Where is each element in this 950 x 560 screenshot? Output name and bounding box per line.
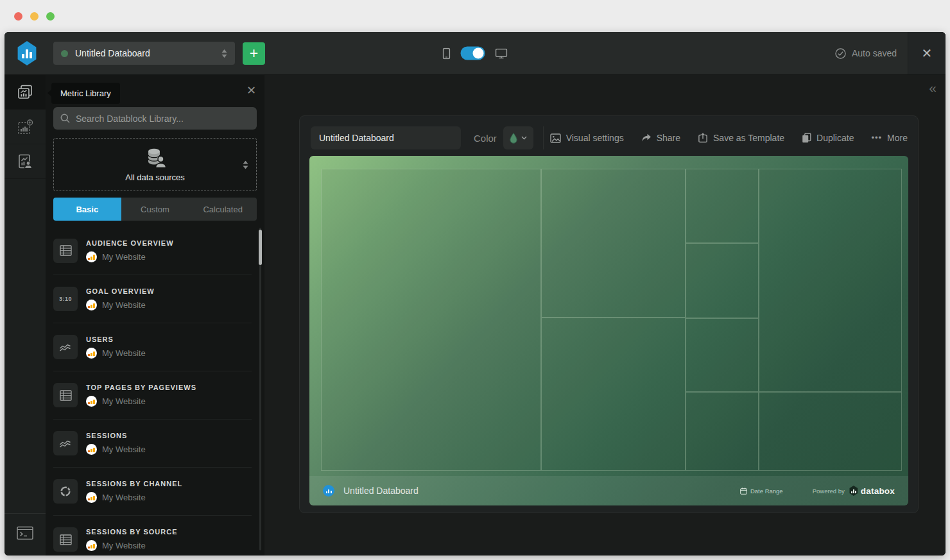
date-range-control[interactable]: Date Range [740,488,783,495]
donut-chart-icon [53,479,78,504]
databoard-toolbar: Color [311,126,908,149]
tab-calculated[interactable]: Calculated [189,198,257,221]
scrollbar-thumb[interactable] [259,230,262,265]
date-range-label: Date Range [750,488,783,495]
sort-arrows-icon [243,160,248,169]
search-icon [60,114,70,123]
metric-item-sessions[interactable]: SESSIONS My Website [53,419,252,467]
save-as-template-button[interactable]: Save as Template [698,133,784,143]
board-grid-cell [686,243,759,318]
data-source-label: All data sources [125,173,185,182]
image-icon [550,133,561,143]
metric-library-panel: Metric Library ✕ All data sources [46,75,264,556]
metric-type-tabs: Basic Custom Calculated [53,198,257,221]
databox-brand: databox [849,486,895,496]
metric-item-audience-overview[interactable]: AUDIENCE OVERVIEW My Website [53,226,252,275]
line-chart-icon [53,335,78,359]
save-template-icon [698,133,708,143]
sidebar-item-reports[interactable] [4,144,46,179]
color-dropdown[interactable] [503,126,533,149]
google-analytics-icon [86,492,97,503]
metric-title: AUDIENCE OVERVIEW [86,239,174,247]
zoom-traffic-light[interactable] [46,12,55,21]
duplicate-label: Duplicate [816,133,854,143]
metric-title: TOP PAGES BY PAGEVIEWS [86,384,196,391]
terminal-icon [17,526,33,540]
toolbar-divider [543,126,544,149]
sidebar-item-custom-datablock[interactable] [4,110,46,144]
google-analytics-icon [86,540,97,551]
sidebar-item-console[interactable] [4,519,46,547]
metric-title: USERS [86,335,146,343]
check-circle-icon [835,48,846,59]
data-sources-icon [144,148,167,169]
metric-source: My Website [102,252,146,262]
minimize-traffic-light[interactable] [30,12,39,21]
tab-basic[interactable]: Basic [53,198,121,221]
device-toggle[interactable] [461,47,485,60]
board-grid-cell [321,169,541,471]
google-analytics-icon [86,396,97,407]
droplet-icon [509,132,518,144]
metric-source: My Website [102,348,146,358]
board-title: Untitled Databoard [343,486,419,496]
sidebar-item-metric-library[interactable] [4,75,46,110]
share-label: Share [657,133,680,143]
editor-main-area: « Color [264,75,946,556]
powered-by-label: Powered by [813,488,845,495]
color-label: Color [474,133,497,144]
databox-circle-logo-icon [323,485,334,496]
data-source-selector[interactable]: All data sources [53,138,257,191]
board-grid-cell [686,318,759,391]
tab-custom[interactable]: Custom [121,198,189,221]
metric-source: My Website [102,300,146,310]
collapse-panel-chevrons[interactable]: « [929,80,937,96]
report-person-icon [16,153,34,171]
duplicate-icon [802,133,811,143]
panel-close-button[interactable]: ✕ [246,83,256,98]
metric-list: AUDIENCE OVERVIEW My Website 3:10 GOAL O… [53,226,252,556]
board-footer: Untitled Databoard Date Range Powered b [309,476,908,505]
board-grid-cell [541,318,686,471]
google-analytics-icon [86,300,97,310]
goal-time-icon: 3:10 [53,287,78,311]
databox-editor-window: Untitled Databoard + [4,32,946,556]
metric-item-sessions-by-channel[interactable]: SESSIONS BY CHANNEL My Website [53,467,252,515]
databoard-name-input[interactable] [311,126,461,149]
share-button[interactable]: Share [641,133,680,143]
databox-brand-name: databox [861,486,895,496]
chevron-down-icon [521,136,527,140]
visual-settings-button[interactable]: Visual settings [550,133,624,143]
visual-settings-label: Visual settings [566,133,624,143]
duplicate-button[interactable]: Duplicate [802,133,854,143]
metric-title: SESSIONS BY CHANNEL [86,480,182,488]
close-editor-button[interactable]: ✕ [908,32,946,74]
search-input[interactable] [76,114,250,124]
mobile-icon[interactable] [443,47,451,59]
metric-title: SESSIONS BY SOURCE [86,528,178,536]
metric-item-top-pages-by-pageviews[interactable]: TOP PAGES BY PAGEVIEWS My Website [53,371,252,419]
metric-library-tooltip: Metric Library [51,83,120,104]
sort-arrows-icon [221,49,227,58]
board-grid-cell [541,169,686,318]
google-analytics-icon [86,348,97,359]
metric-source: My Website [102,493,146,502]
toolbar-actions: Visual settings Share Save as Templ [550,133,908,143]
metric-item-sessions-by-source[interactable]: SESSIONS BY SOURCE My Website [53,515,252,556]
databoard-selector-dropdown[interactable]: Untitled Databoard [53,42,235,65]
databoards-icon [16,83,34,101]
more-button[interactable]: ••• More [871,133,908,143]
metric-source: My Website [102,541,146,550]
editor-header: Untitled Databoard + [4,32,946,75]
metric-item-goal-overview[interactable]: 3:10 GOAL OVERVIEW My Website [53,275,252,323]
metric-item-users[interactable]: USERS My Website [53,323,252,371]
desktop-icon[interactable] [496,48,508,58]
datablock-grid [321,169,902,471]
header-right-group: Auto saved ✕ [835,32,946,74]
add-databoard-button[interactable]: + [243,42,265,65]
board-grid-cell [686,169,759,243]
table-icon [53,383,78,407]
close-traffic-light[interactable] [14,12,22,21]
auto-saved-label: Auto saved [852,48,897,58]
table-icon [53,527,78,552]
